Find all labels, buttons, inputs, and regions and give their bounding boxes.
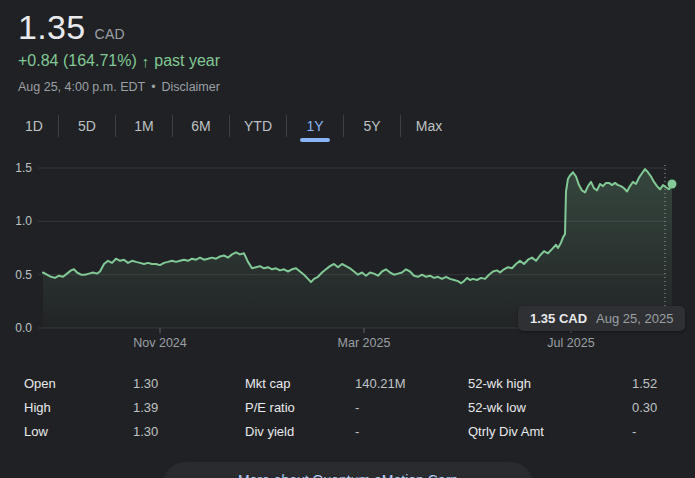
stats-column: Mkt cap140.21MP/E ratio-Div yield- bbox=[245, 372, 445, 444]
stat-52-wk-low: 52-wk low0.30 bbox=[468, 396, 688, 420]
tab-1y[interactable]: 1Y bbox=[287, 110, 343, 142]
time-range-tabs: 1D5D1M6MYTD1Y5YMax bbox=[10, 110, 457, 142]
x-axis-label: Mar 2025 bbox=[338, 336, 391, 350]
meta-separator-dot: • bbox=[151, 80, 155, 94]
stat-value: - bbox=[632, 420, 636, 444]
stats-column: 52-wk high1.5252-wk low0.30Qtrly Div Amt… bbox=[468, 372, 688, 444]
tab-5y[interactable]: 5Y bbox=[344, 110, 400, 142]
up-arrow-icon: ↑ bbox=[142, 53, 150, 70]
y-axis-label: 1.0 bbox=[15, 214, 32, 228]
tab-1d[interactable]: 1D bbox=[10, 110, 58, 142]
stat-value: 1.52 bbox=[632, 372, 657, 396]
stat-mkt-cap: Mkt cap140.21M bbox=[245, 372, 445, 396]
stat-value: - bbox=[355, 420, 359, 444]
price-area-fill bbox=[43, 169, 672, 328]
tab-max[interactable]: Max bbox=[401, 110, 457, 142]
stat-value: 1.30 bbox=[133, 372, 158, 396]
tooltip-date: Aug 25, 2025 bbox=[596, 311, 673, 326]
x-axis-label: Jul 2025 bbox=[547, 336, 594, 350]
tooltip-price: 1.35 CAD bbox=[530, 311, 587, 326]
stat-div-yield: Div yield- bbox=[245, 420, 445, 444]
stat-label: 52-wk high bbox=[468, 376, 531, 391]
stat-label: High bbox=[24, 400, 51, 415]
stats-column: Open1.30High1.39Low1.30 bbox=[24, 372, 224, 444]
stat-low: Low1.30 bbox=[24, 420, 224, 444]
y-axis-label: 0.5 bbox=[15, 268, 32, 282]
x-axis-label: Nov 2024 bbox=[133, 336, 187, 350]
chart-tooltip: 1.35 CAD Aug 25, 2025 bbox=[518, 306, 685, 331]
tab-1m[interactable]: 1M bbox=[116, 110, 172, 142]
stat-label: 52-wk low bbox=[468, 400, 526, 415]
currency-code: CAD bbox=[94, 26, 125, 42]
price-change: +0.84 (164.71%) bbox=[18, 52, 137, 70]
more-about-card[interactable]: More about Quantum eMotion Corp bbox=[162, 462, 534, 478]
tab-5d[interactable]: 5D bbox=[59, 110, 115, 142]
stat-value: 140.21M bbox=[355, 372, 406, 396]
tab-6m[interactable]: 6M bbox=[173, 110, 229, 142]
key-stats: Open1.30High1.39Low1.30Mkt cap140.21MP/E… bbox=[0, 372, 695, 448]
stat-label: Open bbox=[24, 376, 56, 391]
stat-value: 1.39 bbox=[133, 396, 158, 420]
price-change-row: +0.84 (164.71%) ↑ past year bbox=[18, 52, 220, 70]
more-about-label: More about Quantum eMotion Corp bbox=[238, 472, 458, 478]
stock-price: 1.35 bbox=[18, 8, 85, 47]
quote-header: 1.35 CAD +0.84 (164.71%) ↑ past year Aug… bbox=[18, 8, 220, 94]
stat-label: P/E ratio bbox=[245, 400, 295, 415]
last-price-dot bbox=[668, 179, 677, 188]
change-period: past year bbox=[154, 52, 220, 70]
stat-qtrly-div-amt: Qtrly Div Amt- bbox=[468, 420, 688, 444]
stat-value: 0.30 bbox=[632, 396, 657, 420]
stat-label: Div yield bbox=[245, 424, 294, 439]
y-axis-label: 1.5 bbox=[15, 161, 32, 175]
tab-ytd[interactable]: YTD bbox=[230, 110, 286, 142]
stat-value: 1.30 bbox=[133, 420, 158, 444]
stat-high: High1.39 bbox=[24, 396, 224, 420]
stat-label: Mkt cap bbox=[245, 376, 291, 391]
stat-52-wk-high: 52-wk high1.52 bbox=[468, 372, 688, 396]
stat-p-e-ratio: P/E ratio- bbox=[245, 396, 445, 420]
disclaimer-link[interactable]: Disclaimer bbox=[162, 80, 220, 94]
price-row: 1.35 CAD bbox=[18, 8, 220, 47]
stat-value: - bbox=[355, 396, 359, 420]
stat-label: Low bbox=[24, 424, 48, 439]
quote-timestamp: Aug 25, 4:00 p.m. EDT bbox=[18, 80, 145, 94]
quote-meta-row: Aug 25, 4:00 p.m. EDT • Disclaimer bbox=[18, 80, 220, 94]
y-axis-label: 0.0 bbox=[15, 321, 32, 335]
stat-label: Qtrly Div Amt bbox=[468, 424, 544, 439]
stat-open: Open1.30 bbox=[24, 372, 224, 396]
